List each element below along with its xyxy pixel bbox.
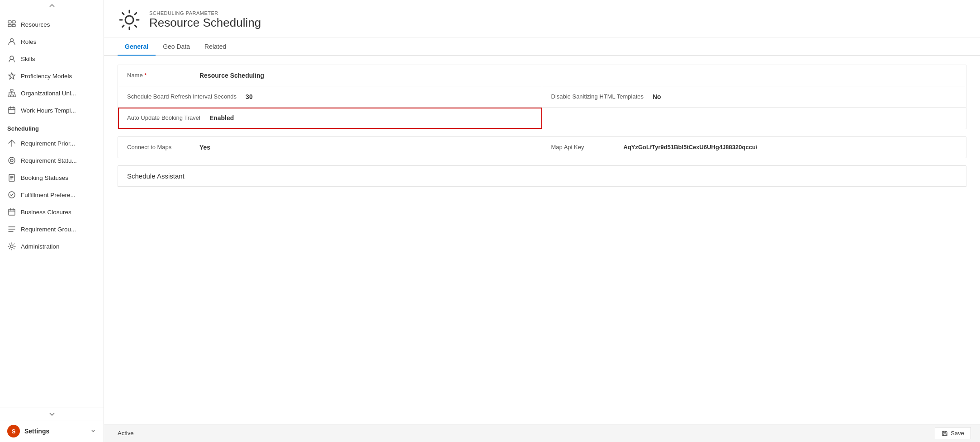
sidebar-item-label: Skills (21, 56, 35, 62)
save-label: Save (951, 430, 964, 437)
administration-icon (7, 242, 16, 251)
name-label: Name * (127, 71, 190, 80)
save-button[interactable]: Save (935, 427, 971, 439)
svg-rect-10 (14, 95, 16, 97)
svg-rect-9 (11, 95, 13, 97)
form-cell-empty-top-right (542, 65, 966, 86)
work-hours-icon (7, 106, 16, 115)
chevron-icon (90, 428, 96, 435)
svg-rect-20 (943, 431, 946, 433)
required-indicator: * (144, 72, 147, 79)
roles-icon (7, 37, 16, 46)
req-status-icon (7, 156, 16, 165)
svg-point-13 (10, 159, 13, 162)
svg-point-12 (9, 157, 15, 164)
form-cell-map-api-key: Map Api Key AqYzGoLfTyr9d51Bbl5tCexU6UHg… (542, 137, 966, 158)
sidebar-item-label: Business Closures (21, 209, 71, 216)
sidebar-item-label: Administration (21, 243, 60, 250)
sidebar-footer[interactable]: S Settings (0, 420, 104, 442)
schedule-board-value: 30 (246, 93, 253, 100)
req-groups-icon (7, 225, 16, 234)
svg-point-18 (125, 16, 133, 24)
sidebar-item-label: Roles (21, 38, 37, 45)
sidebar-item-req-status[interactable]: Requirement Statu... (0, 152, 104, 169)
svg-rect-16 (9, 209, 15, 215)
name-value: Resource Scheduling (199, 72, 264, 79)
sidebar-item-label: Requirement Grou... (21, 226, 76, 233)
page-header-text: SCHEDULING PARAMETER Resource Scheduling (149, 10, 261, 30)
proficiency-icon (7, 71, 16, 80)
tab-related[interactable]: Related (197, 38, 233, 56)
org-icon (7, 89, 16, 98)
avatar: S (7, 425, 20, 437)
sidebar-item-label: Proficiency Models (21, 73, 72, 80)
form-cell-auto-update: Auto Update Booking Travel Enabled (118, 108, 542, 128)
form-section-2: Connect to Maps Yes Map Api Key AqYzGoLf… (118, 136, 966, 158)
form-area: Name * Resource Scheduling Schedule Boar… (104, 56, 980, 424)
sidebar-nav: Resources Roles Skills Proficiency Model… (0, 12, 104, 408)
auto-update-value: Enabled (209, 114, 234, 122)
scheduling-section-header: Scheduling (0, 119, 104, 135)
sidebar-item-proficiency[interactable]: Proficiency Models (0, 67, 104, 85)
sidebar-item-req-groups[interactable]: Requirement Grou... (0, 221, 104, 238)
map-api-key-value: AqYzGoLfTyr9d51Bbl5tCexU6UHg4J88320qccu\ (624, 144, 757, 150)
main-content: SCHEDULING PARAMETER Resource Scheduling… (104, 0, 980, 442)
svg-rect-0 (8, 21, 11, 23)
schedule-board-label: Schedule Board Refresh Interval Seconds (127, 93, 237, 101)
resources-icon (7, 20, 16, 29)
sidebar-item-label: Resources (21, 21, 50, 28)
sidebar-scroll-down[interactable] (0, 408, 104, 420)
booking-icon (7, 173, 16, 182)
sidebar-item-business-closures[interactable]: Business Closures (0, 203, 104, 221)
sidebar-item-administration[interactable]: Administration (0, 238, 104, 255)
fulfillment-icon (7, 190, 16, 199)
svg-point-17 (10, 245, 13, 248)
header-gear-icon (118, 8, 141, 32)
svg-marker-6 (9, 73, 15, 79)
sidebar-item-label: Requirement Statu... (21, 157, 77, 164)
svg-rect-1 (12, 21, 15, 23)
settings-label: Settings (24, 428, 49, 435)
form-cell-name: Name * Resource Scheduling (118, 65, 542, 86)
auto-update-label: Auto Update Booking Travel (127, 114, 200, 122)
form-cell-disable-sanitizing: Disable Sanitizing HTML Templates No (542, 86, 966, 107)
sidebar-item-label: Fulfillment Prefere... (21, 192, 76, 198)
sidebar-item-fulfillment[interactable]: Fulfillment Prefere... (0, 186, 104, 203)
tab-general[interactable]: General (118, 38, 156, 56)
map-api-key-label: Map Api Key (551, 143, 615, 151)
page-header: SCHEDULING PARAMETER Resource Scheduling (104, 0, 980, 38)
sidebar-item-label: Booking Statuses (21, 174, 68, 181)
schedule-assistant-title: Schedule Assistant (118, 166, 966, 187)
form-row-maps: Connect to Maps Yes Map Api Key AqYzGoLf… (118, 137, 966, 158)
sidebar-item-resources[interactable]: Resources (0, 16, 104, 33)
business-closures-icon (7, 207, 16, 216)
form-cell-empty-bottom-right (542, 108, 966, 128)
page-title: Resource Scheduling (149, 16, 261, 30)
form-row-name: Name * Resource Scheduling (118, 65, 966, 86)
form-row-auto-update: Auto Update Booking Travel Enabled (118, 108, 966, 128)
tab-geo-data[interactable]: Geo Data (156, 38, 197, 56)
sidebar-item-label: Organizational Uni... (21, 90, 76, 97)
sidebar-item-label: Work Hours Templ... (21, 107, 76, 114)
disable-sanitizing-value: No (653, 93, 661, 100)
svg-rect-7 (10, 89, 13, 91)
svg-rect-3 (12, 24, 15, 27)
form-section-3: Schedule Assistant (118, 165, 966, 187)
disable-sanitizing-label: Disable Sanitizing HTML Templates (551, 93, 644, 101)
svg-point-15 (9, 192, 15, 198)
sidebar-item-roles[interactable]: Roles (0, 33, 104, 50)
tab-bar: General Geo Data Related (104, 38, 980, 56)
sidebar-item-req-priority[interactable]: Requirement Prior... (0, 135, 104, 152)
form-section-1: Name * Resource Scheduling Schedule Boar… (118, 65, 966, 129)
req-priority-icon (7, 139, 16, 148)
sidebar-item-booking-statuses[interactable]: Booking Statuses (0, 169, 104, 186)
sidebar-item-skills[interactable]: Skills (0, 50, 104, 67)
sidebar-item-org-unit[interactable]: Organizational Uni... (0, 85, 104, 102)
form-cell-connect-maps: Connect to Maps Yes (118, 137, 542, 158)
status-bar: Active Save (104, 424, 980, 442)
sidebar-item-work-hours[interactable]: Work Hours Templ... (0, 102, 104, 119)
skills-icon (7, 54, 16, 63)
sidebar-scroll-up[interactable] (0, 0, 104, 12)
svg-rect-11 (9, 108, 15, 113)
svg-rect-8 (8, 95, 10, 97)
